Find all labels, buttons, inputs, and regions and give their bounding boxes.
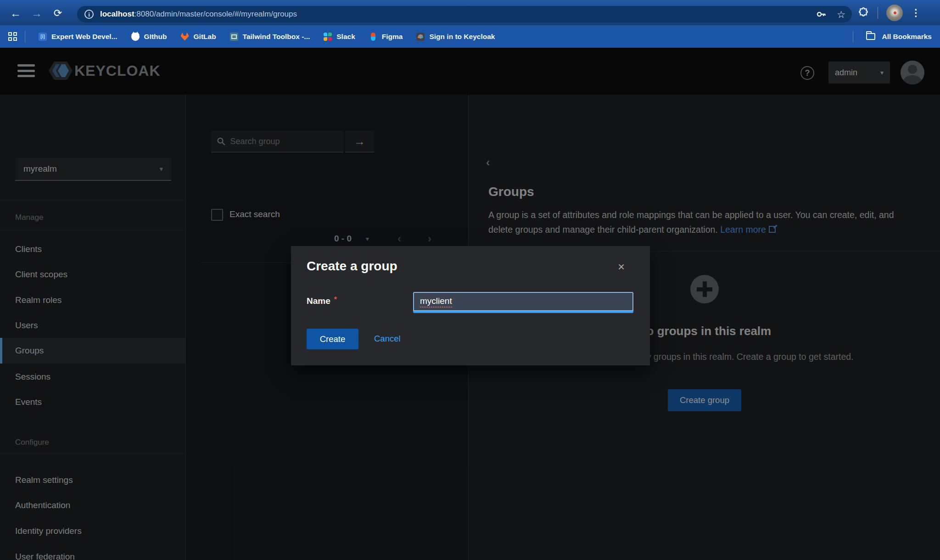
browser-profile-avatar[interactable] xyxy=(886,5,903,21)
slack-favicon xyxy=(324,33,332,41)
bookmark-tailwind[interactable]: Tailwind Toolbox -... xyxy=(230,33,310,41)
browser-toolbar: ← → ⟳ i localhost:8080/admin/master/cons… xyxy=(0,0,940,25)
modal-cancel-link[interactable]: Cancel xyxy=(374,334,401,344)
bookmark-keycloak[interactable]: Sign in to Keycloak xyxy=(416,33,495,41)
github-favicon xyxy=(131,33,140,41)
all-bookmarks-folder-icon xyxy=(866,33,875,40)
back-icon[interactable]: ← xyxy=(9,7,22,20)
apps-grid-icon[interactable] xyxy=(8,32,17,41)
bookmarks-separator xyxy=(853,31,853,43)
modal-create-button[interactable]: Create xyxy=(307,329,358,349)
all-bookmarks-label[interactable]: All Bookmarks xyxy=(882,33,932,41)
address-bar[interactable]: i localhost:8080/admin/master/console/#/… xyxy=(77,6,852,22)
bookmark-figma[interactable]: Figma xyxy=(369,33,403,41)
toolbar-separator xyxy=(878,7,878,19)
group-name-value: myclient xyxy=(420,296,452,308)
bookmark-github[interactable]: GIthub xyxy=(131,33,167,41)
figma-favicon xyxy=(369,33,377,41)
extensions-icon[interactable] xyxy=(857,7,869,19)
url-path: :8080/admin/master/console/#/myrealm/gro… xyxy=(134,10,297,18)
bookmark-expert-web[interactable]: [i]Expert Web Devel... xyxy=(39,33,118,41)
reload-icon[interactable]: ⟳ xyxy=(51,7,64,20)
close-icon[interactable]: × xyxy=(618,260,625,274)
expert-web-favicon: [i] xyxy=(39,33,47,41)
site-info-icon[interactable]: i xyxy=(84,10,94,19)
url-text[interactable]: localhost:8080/admin/master/console/#/my… xyxy=(100,10,297,19)
tailwind-favicon xyxy=(230,33,238,41)
browser-menu-icon[interactable]: ⋮ xyxy=(911,8,921,17)
bookmark-slack[interactable]: Slack xyxy=(324,33,355,41)
create-group-modal: Create a group × Name* myclient Create C… xyxy=(291,246,650,365)
bookmark-star-icon[interactable]: ☆ xyxy=(837,10,845,19)
name-label: Name* xyxy=(307,296,337,306)
keycloak-favicon xyxy=(416,33,425,41)
bookmark-gitlab[interactable]: GitLab xyxy=(181,33,216,41)
forward-icon[interactable]: → xyxy=(30,7,43,20)
bookmarks-separator xyxy=(25,31,25,43)
url-host: localhost xyxy=(100,10,134,18)
passwords-key-icon[interactable] xyxy=(816,9,827,20)
group-name-input[interactable]: myclient xyxy=(413,292,633,311)
gitlab-favicon xyxy=(181,33,189,41)
required-asterisk: * xyxy=(334,296,337,303)
modal-title: Create a group xyxy=(307,259,397,274)
bookmarks-bar: [i]Expert Web Devel... GIthub GitLab Tai… xyxy=(0,25,940,48)
